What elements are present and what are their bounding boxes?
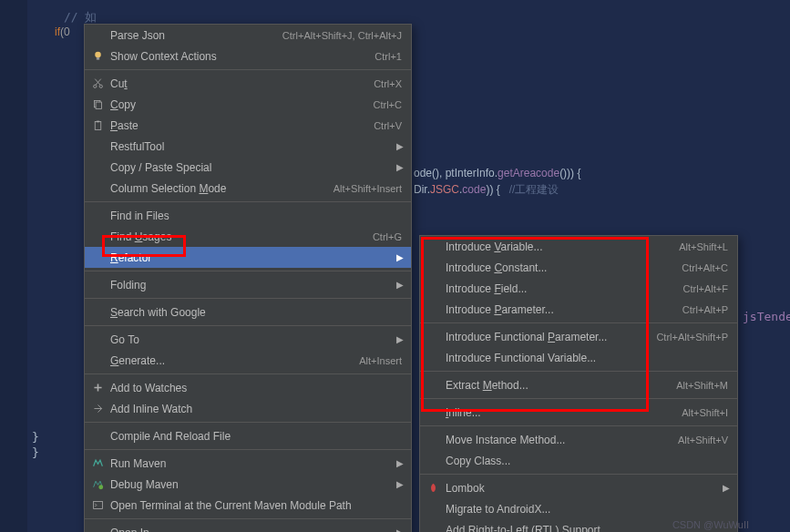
context-menu-item[interactable]: Show Context ActionsCtrl+1 bbox=[85, 46, 411, 66]
menu-item-label: Add to Watches bbox=[110, 382, 402, 394]
context-menu-item[interactable]: PasteCtrl+V bbox=[85, 115, 411, 136]
refactor-menu-item[interactable]: Introduce Field...Ctrl+Alt+F bbox=[420, 278, 737, 299]
context-menu-item[interactable]: Refactor▶ bbox=[85, 247, 411, 268]
menu-shortcut: Ctrl+Alt+C bbox=[682, 262, 728, 273]
brace: } bbox=[32, 445, 39, 459]
menu-item-label: Lombok bbox=[446, 482, 728, 495]
code-line: if(0 bbox=[55, 25, 70, 38]
menu-item-label: Open Terminal at the Current Maven Modul… bbox=[110, 499, 402, 512]
svg-rect-7 bbox=[96, 121, 98, 123]
menu-item-label: Introduce Parameter... bbox=[446, 303, 682, 316]
context-menu-item[interactable]: Find in Files bbox=[85, 205, 411, 226]
refactor-menu-item[interactable]: Introduce Parameter...Ctrl+Alt+P bbox=[420, 299, 737, 320]
context-menu-item[interactable]: Folding▶ bbox=[85, 274, 411, 295]
refactor-menu-item[interactable]: Lombok▶ bbox=[420, 477, 737, 498]
submenu-arrow-icon: ▶ bbox=[396, 280, 404, 290]
menu-separator bbox=[420, 398, 737, 399]
refactor-menu-item[interactable]: Introduce Variable...Alt+Shift+L bbox=[420, 236, 737, 257]
menu-separator bbox=[85, 449, 411, 450]
context-menu-item[interactable]: Add to Watches bbox=[85, 377, 411, 398]
menu-item-label: Folding bbox=[110, 279, 402, 292]
submenu-arrow-icon: ▶ bbox=[396, 252, 404, 262]
paste-icon bbox=[90, 118, 105, 133]
svg-rect-1 bbox=[96, 57, 98, 59]
menu-shortcut: Ctrl+C bbox=[374, 99, 402, 110]
menu-item-label: RestfulTool bbox=[110, 140, 402, 153]
copy-icon bbox=[90, 97, 105, 112]
context-menu-item[interactable]: CutCtrl+X bbox=[85, 73, 411, 94]
context-menu-item[interactable]: CopyCtrl+C bbox=[85, 94, 411, 115]
submenu-arrow-icon: ▶ bbox=[396, 479, 404, 489]
refactor-menu-item[interactable]: Inline...Alt+Shift+I bbox=[420, 402, 737, 423]
context-menu-item[interactable]: Column Selection ModeAlt+Shift+Insert bbox=[85, 178, 411, 199]
menu-item-label: Go To bbox=[110, 333, 402, 346]
menu-shortcut: Ctrl+Alt+Shift+J, Ctrl+Alt+J bbox=[282, 30, 402, 41]
menu-item-label: Inline... bbox=[446, 406, 682, 419]
refactor-menu-item[interactable]: Introduce Functional Parameter...Ctrl+Al… bbox=[420, 326, 737, 347]
context-menu-item[interactable]: Copy / Paste Special▶ bbox=[85, 157, 411, 178]
context-menu: Parse JsonCtrl+Alt+Shift+J, Ctrl+Alt+JSh… bbox=[84, 24, 412, 532]
menu-item-label: Introduce Field... bbox=[446, 282, 682, 295]
context-menu-item[interactable]: Add Inline Watch bbox=[85, 398, 411, 419]
refactor-menu-item[interactable]: Migrate to AndroidX... bbox=[420, 498, 737, 519]
submenu-arrow-icon: ▶ bbox=[396, 458, 404, 468]
context-menu-item[interactable]: Open Terminal at the Current Maven Modul… bbox=[85, 495, 411, 516]
menu-item-label: Generate... bbox=[110, 354, 359, 367]
refactor-menu-item[interactable]: Introduce Functional Variable... bbox=[420, 347, 737, 368]
menu-item-label: Introduce Constant... bbox=[446, 261, 682, 274]
menu-shortcut: Alt+Insert bbox=[359, 355, 402, 366]
menu-separator bbox=[85, 518, 411, 519]
refactor-menu-item[interactable]: Introduce Constant...Ctrl+Alt+C bbox=[420, 257, 737, 278]
menu-shortcut: Ctrl+1 bbox=[374, 51, 402, 62]
watch-icon bbox=[90, 381, 105, 395]
menu-item-label: Open In bbox=[110, 527, 402, 533]
refactor-menu-item[interactable]: Extract Method...Alt+Shift+M bbox=[420, 374, 737, 395]
context-menu-item[interactable]: Open In▶ bbox=[85, 522, 411, 532]
menu-separator bbox=[85, 271, 411, 271]
menu-shortcut: Alt+Shift+Insert bbox=[333, 183, 402, 194]
menu-item-label: Cut bbox=[110, 77, 374, 90]
menu-item-label: Copy Class... bbox=[446, 455, 728, 467]
gutter bbox=[0, 0, 27, 532]
context-menu-item[interactable]: Debug Maven▶ bbox=[85, 474, 411, 495]
maven-debug-icon bbox=[90, 477, 105, 492]
menu-separator bbox=[85, 422, 411, 423]
code-line: Dir.JSGC.code)) { //工程建设 bbox=[414, 182, 559, 198]
context-menu-item[interactable]: Parse JsonCtrl+Alt+Shift+J, Ctrl+Alt+J bbox=[85, 25, 411, 46]
context-menu-item[interactable]: Run Maven▶ bbox=[85, 453, 411, 474]
menu-shortcut: Alt+Shift+V bbox=[678, 435, 728, 445]
menu-separator bbox=[85, 298, 411, 299]
menu-item-label: Introduce Functional Parameter... bbox=[446, 331, 656, 343]
inline-icon bbox=[90, 402, 105, 416]
context-menu-item[interactable]: RestfulTool▶ bbox=[85, 136, 411, 157]
menu-item-label: Column Selection Mode bbox=[110, 182, 333, 195]
svg-point-0 bbox=[95, 52, 101, 58]
context-menu-item[interactable]: Search with Google bbox=[85, 302, 411, 322]
menu-shortcut: Alt+Shift+M bbox=[676, 380, 728, 391]
context-menu-item[interactable]: Compile And Reload File bbox=[85, 425, 411, 446]
context-menu-item[interactable]: Generate...Alt+Insert bbox=[85, 350, 411, 371]
menu-separator bbox=[85, 325, 411, 326]
menu-separator bbox=[85, 69, 411, 70]
menu-shortcut: Ctrl+Alt+P bbox=[682, 304, 728, 315]
maven-icon bbox=[90, 456, 105, 471]
menu-item-label: Introduce Functional Variable... bbox=[446, 352, 728, 364]
menu-separator bbox=[420, 474, 737, 475]
submenu-arrow-icon: ▶ bbox=[396, 527, 404, 532]
svg-point-3 bbox=[99, 85, 102, 87]
refactor-menu-item[interactable]: Move Instance Method...Alt+Shift+V bbox=[420, 429, 737, 450]
menu-separator bbox=[85, 201, 411, 202]
bulb-icon bbox=[90, 49, 105, 64]
svg-point-8 bbox=[98, 485, 103, 489]
menu-item-label: Find in Files bbox=[110, 210, 402, 222]
menu-item-label: Compile And Reload File bbox=[110, 430, 402, 443]
svg-rect-6 bbox=[95, 121, 101, 129]
menu-item-label: Find Usages bbox=[110, 230, 373, 243]
menu-shortcut: Ctrl+X bbox=[374, 78, 402, 89]
context-menu-item[interactable]: Find UsagesCtrl+G bbox=[85, 226, 411, 247]
context-menu-item[interactable]: Go To▶ bbox=[85, 329, 411, 350]
menu-shortcut: Ctrl+G bbox=[373, 231, 402, 242]
menu-shortcut: Ctrl+V bbox=[374, 120, 402, 131]
svg-point-2 bbox=[93, 85, 96, 87]
refactor-menu-item[interactable]: Copy Class... bbox=[420, 450, 737, 471]
